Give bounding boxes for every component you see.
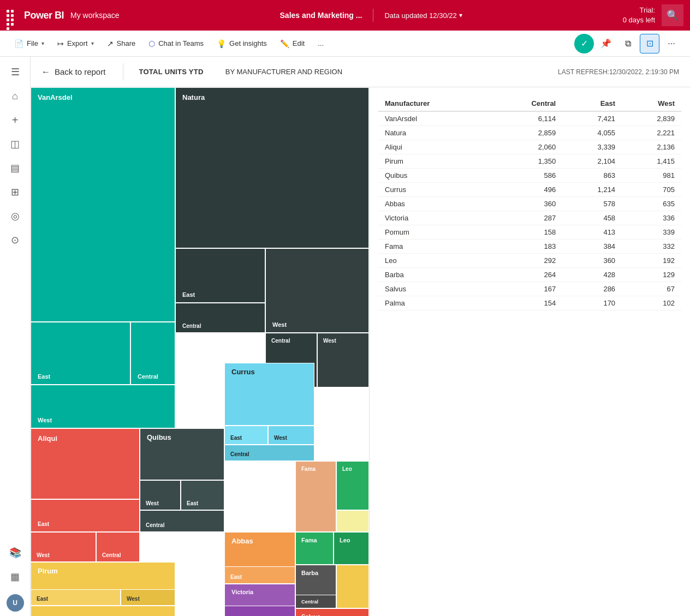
cell-manufacturer: Currus	[378, 183, 490, 197]
toolbar-more-button[interactable]: ···	[662, 34, 681, 53]
table-row[interactable]: Pirum 1,350 2,104 1,415	[378, 154, 681, 169]
workspace-name[interactable]: My workspace	[70, 11, 119, 20]
more-options-button[interactable]: ...	[312, 36, 329, 51]
table-header-row: Manufacturer Central East West	[378, 96, 681, 111]
table-row[interactable]: Salvus 167 286 67	[378, 282, 681, 296]
cell-central: 264	[490, 268, 562, 282]
treemap-natura-w2[interactable]: West	[317, 333, 369, 387]
table-row[interactable]: Palma 154 170 102	[378, 296, 681, 310]
cell-east: 286	[562, 282, 622, 296]
treemap-vanarsdel-west[interactable]: West	[31, 385, 175, 428]
export-button[interactable]: ↦ Export ▾	[52, 36, 99, 51]
treemap-pirum-east[interactable]: East	[31, 589, 121, 606]
cell-manufacturer: Fama	[378, 240, 490, 254]
notification-button[interactable]: ✓	[574, 34, 594, 53]
table-row[interactable]: Aliqui 2,060 3,339 2,136	[378, 140, 681, 154]
treemap-yellow-block[interactable]	[336, 565, 369, 608]
sidebar-menu-button[interactable]: ☰	[4, 61, 26, 83]
cell-east: 578	[562, 197, 622, 211]
treemap-currus[interactable]: Currus	[224, 363, 314, 426]
treemap-leo[interactable]: Leo	[334, 532, 369, 565]
grid-dots-icon[interactable]	[7, 10, 17, 21]
share-button[interactable]: ↗ Share	[102, 36, 141, 51]
table-row[interactable]: Currus 496 1,214 705	[378, 183, 681, 197]
cell-east: 170	[562, 296, 622, 310]
treemap-barba-central[interactable]: Central	[295, 595, 336, 608]
sidebar-metrics-button[interactable]: ◎	[4, 205, 26, 227]
treemap-aliqui-east[interactable]: East	[31, 499, 140, 532]
user-avatar[interactable]: U	[7, 594, 24, 612]
table-row[interactable]: Barba 264 428 129	[378, 268, 681, 282]
treemap-quibus-central[interactable]: Central	[140, 510, 224, 532]
sidebar-onelake-button[interactable]: ▦	[4, 566, 26, 588]
sidebar-apps-button[interactable]: ⊞	[4, 181, 26, 203]
export-chevron-icon: ▾	[91, 40, 94, 46]
tab-by-manufacturer[interactable]: BY MANUFACTURER AND REGION	[221, 63, 347, 80]
treemap-yellow-small[interactable]	[336, 510, 369, 532]
chat-in-teams-button[interactable]: ⬡ Chat in Teams	[143, 36, 209, 51]
file-chevron-icon: ▾	[41, 40, 44, 46]
insights-icon: 💡	[217, 39, 226, 48]
sidebar-workspaces-button[interactable]: 📚	[4, 542, 26, 564]
pin-button[interactable]: 📌	[596, 34, 616, 53]
table-row[interactable]: Leo 292 360 192	[378, 254, 681, 268]
treemap-aliqui-central[interactable]: Central	[96, 532, 140, 562]
edit-button[interactable]: ✏️ Edit	[275, 36, 310, 51]
cell-central: 183	[490, 240, 562, 254]
table-row[interactable]: Quibus 586 863 981	[378, 169, 681, 183]
treemap-leo-green[interactable]: Leo	[336, 461, 369, 510]
tab-divider	[123, 63, 123, 81]
manufacturer-table: Manufacturer Central East West VanArsdel…	[378, 96, 681, 310]
treemap-fama[interactable]: Fama	[295, 532, 334, 565]
treemap-quibus-west[interactable]: West	[140, 480, 181, 510]
table-row[interactable]: Pomum 158 413 339	[378, 225, 681, 240]
data-updated[interactable]: Data updated 12/30/22 ▾	[384, 11, 462, 20]
sidebar-data-button[interactable]: ▤	[4, 157, 26, 179]
main-layout: ☰ ⌂ + ◫ ▤ ⊞ ◎ ⊙ 📚 ▦ U ← Back to report T…	[0, 57, 690, 616]
tab-total-units[interactable]: TOTAL UNITS YTD	[134, 63, 207, 80]
sidebar-browse-button[interactable]: ◫	[4, 133, 26, 155]
focus-mode-button[interactable]: ⊡	[640, 34, 659, 53]
treemap-currus-west[interactable]: West	[268, 426, 314, 445]
back-to-report-button[interactable]: ← Back to report	[41, 63, 112, 81]
treemap-quibus[interactable]: Quibus	[140, 428, 224, 480]
treemap-natura-east[interactable]: East	[175, 248, 265, 303]
table-row[interactable]: Natura 2,859 4,055 2,221	[378, 126, 681, 140]
table-row[interactable]: Fama 183 384 332	[378, 240, 681, 254]
treemap-currus-central[interactable]: Central	[224, 445, 314, 461]
copy-button[interactable]: ⧉	[618, 34, 638, 53]
cell-west: 192	[622, 254, 681, 268]
cell-west: 336	[622, 211, 681, 225]
file-button[interactable]: 📄 File ▾	[9, 36, 50, 51]
treemap-abbas-east[interactable]: East	[224, 566, 295, 584]
treemap-natura-central[interactable]: Central	[175, 303, 265, 333]
treemap-chart[interactable]: VanArsdel East Central West	[31, 87, 369, 616]
table-row[interactable]: Victoria 287 458 336	[378, 211, 681, 225]
treemap-currus-east[interactable]: East	[224, 426, 268, 445]
toolbar-right: ✓ 📌 ⧉ ⊡ ···	[574, 34, 681, 53]
col-central: Central	[490, 96, 562, 111]
treemap-aliqui[interactable]: Aliqui	[31, 428, 140, 499]
cell-central: 1,350	[490, 154, 562, 169]
treemap-quibus-east[interactable]: East	[181, 480, 224, 510]
treemap-aliqui-west[interactable]: West	[31, 532, 96, 562]
treemap-vanarsdel-central[interactable]: Central	[130, 322, 175, 385]
treemap-vanarsdel-east[interactable]: East	[31, 322, 130, 385]
table-row[interactable]: Abbas 360 578 635	[378, 197, 681, 211]
treemap-victoria-west[interactable]: West	[224, 606, 295, 616]
treemap-vanarsdel[interactable]: VanArsdel	[31, 87, 175, 322]
search-button[interactable]: 🔍	[662, 4, 683, 26]
sidebar-home-button[interactable]: ⌂	[4, 85, 26, 107]
treemap-salvus[interactable]: Salvus	[295, 608, 369, 616]
cell-west: 2,839	[622, 111, 681, 126]
treemap-pirum-west[interactable]: West	[121, 589, 175, 606]
cell-central: 154	[490, 296, 562, 310]
get-insights-button[interactable]: 💡 Get insights	[211, 36, 272, 51]
sidebar-learn-button[interactable]: ⊙	[4, 229, 26, 251]
table-row[interactable]: VanArsdel 6,114 7,421 2,839	[378, 111, 681, 126]
treemap-pirum-bottom[interactable]: West Central	[31, 606, 175, 616]
treemap-fama-pink[interactable]: Fama	[295, 461, 336, 532]
sidebar-create-button[interactable]: +	[4, 109, 26, 131]
treemap-natura[interactable]: Natura	[175, 87, 369, 248]
treemap-natura-west[interactable]: West	[265, 248, 369, 333]
